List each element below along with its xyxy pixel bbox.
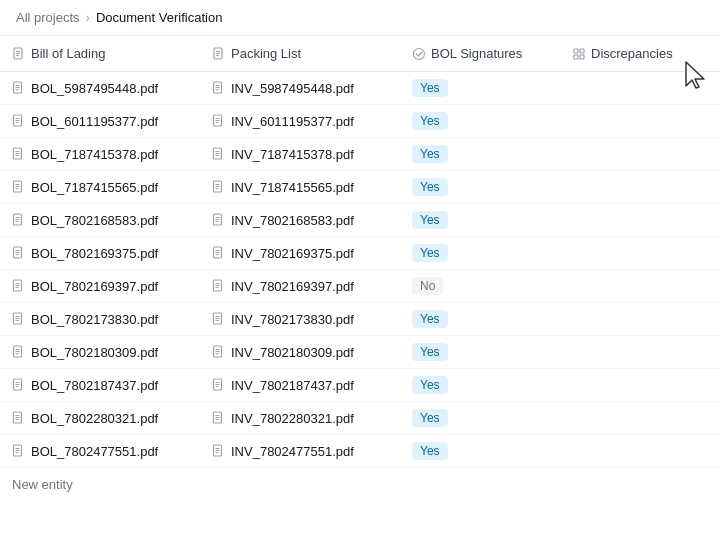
bol-signatures-cell: Yes xyxy=(400,336,560,369)
packing-list-cell[interactable]: INV_7802173830.pdf xyxy=(200,303,400,336)
col-header-bol: Bill of Lading xyxy=(0,36,200,72)
bol-cell[interactable]: BOL_7187415565.pdf xyxy=(0,171,200,204)
file-icon xyxy=(12,411,25,425)
bol-signatures-cell: Yes xyxy=(400,171,560,204)
bol-cell[interactable]: BOL_7802180309.pdf xyxy=(0,336,200,369)
discrepancies-cell xyxy=(560,303,720,336)
bol-signatures-cell: Yes xyxy=(400,402,560,435)
col-header-bol-label: Bill of Lading xyxy=(31,46,105,61)
all-projects-link[interactable]: All projects xyxy=(16,10,80,25)
bol-cell[interactable]: BOL_5987495448.pdf xyxy=(0,72,200,105)
table-row[interactable]: BOL_7802168583.pdf INV_7802168583.pdf Ye… xyxy=(0,204,720,237)
packing-list-filename: INV_7802173830.pdf xyxy=(231,312,354,327)
table-row[interactable]: BOL_6011195377.pdf INV_6011195377.pdf Ye… xyxy=(0,105,720,138)
packing-list-cell[interactable]: INV_5987495448.pdf xyxy=(200,72,400,105)
new-entity-row[interactable]: New entity xyxy=(0,468,720,502)
packing-list-filename: INV_5987495448.pdf xyxy=(231,81,354,96)
bol-cell[interactable]: BOL_7802280321.pdf xyxy=(0,402,200,435)
bol-filename: BOL_6011195377.pdf xyxy=(31,114,158,129)
svg-point-8 xyxy=(414,48,425,59)
new-entity-label[interactable]: New entity xyxy=(0,468,720,502)
packing-list-cell[interactable]: INV_7802168583.pdf xyxy=(200,204,400,237)
bol-cell[interactable]: BOL_6011195377.pdf xyxy=(0,105,200,138)
bol-cell[interactable]: BOL_7802477551.pdf xyxy=(0,435,200,468)
svg-rect-11 xyxy=(574,55,578,59)
col-header-bol-signatures-label: BOL Signatures xyxy=(431,46,522,61)
bol-filename: BOL_7802180309.pdf xyxy=(31,345,158,360)
packing-list-cell[interactable]: INV_7187415565.pdf xyxy=(200,171,400,204)
packing-list-cell[interactable]: INV_7802180309.pdf xyxy=(200,336,400,369)
bol-cell[interactable]: BOL_7802169397.pdf xyxy=(0,270,200,303)
bol-cell[interactable]: BOL_7802169375.pdf xyxy=(0,237,200,270)
table-row[interactable]: BOL_7802280321.pdf INV_7802280321.pdf Ye… xyxy=(0,402,720,435)
table-row[interactable]: BOL_5987495448.pdf INV_5987495448.pdf Ye… xyxy=(0,72,720,105)
file-icon xyxy=(12,378,25,392)
packing-list-cell[interactable]: INV_7802280321.pdf xyxy=(200,402,400,435)
file-icon xyxy=(12,81,25,95)
file-icon xyxy=(12,180,25,194)
discrepancies-cell xyxy=(560,402,720,435)
file-icon-2 xyxy=(212,47,226,61)
file-icon xyxy=(212,81,225,95)
no-badge: No xyxy=(412,277,443,295)
bol-cell[interactable]: BOL_7802173830.pdf xyxy=(0,303,200,336)
file-icon xyxy=(212,246,225,260)
file-icon xyxy=(212,180,225,194)
bol-cell[interactable]: BOL_7802168583.pdf xyxy=(0,204,200,237)
table-row[interactable]: BOL_7802173830.pdf INV_7802173830.pdf Ye… xyxy=(0,303,720,336)
bol-signatures-cell: Yes xyxy=(400,72,560,105)
yes-badge: Yes xyxy=(412,145,448,163)
table-header-row: Bill of Lading Packing List xyxy=(0,36,720,72)
packing-list-filename: INV_7187415378.pdf xyxy=(231,147,354,162)
table-row[interactable]: BOL_7802169397.pdf INV_7802169397.pdf No xyxy=(0,270,720,303)
col-header-packing-list: Packing List xyxy=(200,36,400,72)
bol-signatures-cell: Yes xyxy=(400,105,560,138)
bol-filename: BOL_7802169397.pdf xyxy=(31,279,158,294)
yes-badge: Yes xyxy=(412,376,448,394)
table-row[interactable]: BOL_7802169375.pdf INV_7802169375.pdf Ye… xyxy=(0,237,720,270)
table-row[interactable]: BOL_7187415378.pdf INV_7187415378.pdf Ye… xyxy=(0,138,720,171)
file-icon xyxy=(12,47,26,61)
discrepancies-cell xyxy=(560,72,720,105)
svg-rect-10 xyxy=(580,49,584,53)
file-icon xyxy=(12,114,25,128)
file-icon xyxy=(12,345,25,359)
col-header-bol-signatures: BOL Signatures xyxy=(400,36,560,72)
col-header-packing-list-label: Packing List xyxy=(231,46,301,61)
bol-filename: BOL_7802169375.pdf xyxy=(31,246,158,261)
table-row[interactable]: BOL_7802180309.pdf INV_7802180309.pdf Ye… xyxy=(0,336,720,369)
bol-filename: BOL_7802173830.pdf xyxy=(31,312,158,327)
packing-list-cell[interactable]: INV_7802187437.pdf xyxy=(200,369,400,402)
bol-signatures-cell: Yes xyxy=(400,303,560,336)
packing-list-filename: INV_6011195377.pdf xyxy=(231,114,354,129)
packing-list-filename: INV_7802187437.pdf xyxy=(231,378,354,393)
grid-icon xyxy=(572,47,586,61)
file-icon xyxy=(212,114,225,128)
breadcrumb-separator: › xyxy=(86,10,90,25)
yes-badge: Yes xyxy=(412,211,448,229)
packing-list-cell[interactable]: INV_6011195377.pdf xyxy=(200,105,400,138)
packing-list-cell[interactable]: INV_7802169375.pdf xyxy=(200,237,400,270)
bol-filename: BOL_5987495448.pdf xyxy=(31,81,158,96)
bol-filename: BOL_7802280321.pdf xyxy=(31,411,158,426)
table-row[interactable]: BOL_7187415565.pdf INV_7187415565.pdf Ye… xyxy=(0,171,720,204)
file-icon xyxy=(12,147,25,161)
svg-rect-12 xyxy=(580,55,584,59)
yes-badge: Yes xyxy=(412,244,448,262)
table-row[interactable]: BOL_7802187437.pdf INV_7802187437.pdf Ye… xyxy=(0,369,720,402)
packing-list-cell[interactable]: INV_7187415378.pdf xyxy=(200,138,400,171)
file-icon xyxy=(212,279,225,293)
bol-cell[interactable]: BOL_7187415378.pdf xyxy=(0,138,200,171)
packing-list-cell[interactable]: INV_7802169397.pdf xyxy=(200,270,400,303)
discrepancies-cell xyxy=(560,435,720,468)
table-row[interactable]: BOL_7802477551.pdf INV_7802477551.pdf Ye… xyxy=(0,435,720,468)
bol-cell[interactable]: BOL_7802187437.pdf xyxy=(0,369,200,402)
yes-badge: Yes xyxy=(412,79,448,97)
packing-list-filename: INV_7802168583.pdf xyxy=(231,213,354,228)
file-icon xyxy=(12,213,25,227)
yes-badge: Yes xyxy=(412,409,448,427)
packing-list-cell[interactable]: INV_7802477551.pdf xyxy=(200,435,400,468)
bol-filename: BOL_7187415378.pdf xyxy=(31,147,158,162)
discrepancies-cell xyxy=(560,105,720,138)
packing-list-filename: INV_7802180309.pdf xyxy=(231,345,354,360)
